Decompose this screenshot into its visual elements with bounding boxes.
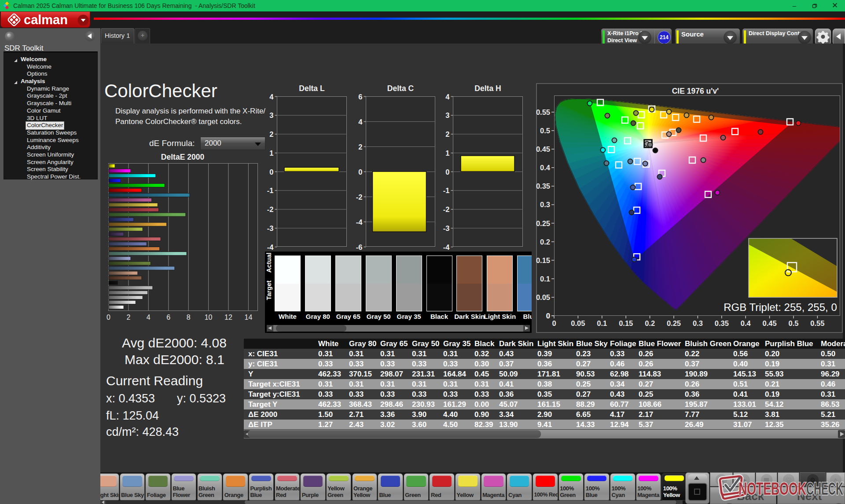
- svg-text:0.3: 0.3: [540, 201, 550, 208]
- svg-text:0.5: 0.5: [789, 319, 799, 327]
- svg-text:0.4: 0.4: [540, 164, 551, 172]
- svg-text:4: 4: [269, 93, 274, 101]
- svg-text:-4: -4: [443, 243, 450, 251]
- svg-text:Delta C: Delta C: [387, 84, 414, 93]
- svg-text:RGB Triplet: 255, 255, 0: RGB Triplet: 255, 255, 0: [724, 301, 837, 313]
- svg-text:3: 3: [445, 111, 449, 119]
- svg-text:CIE 1976 u'v': CIE 1976 u'v': [672, 87, 719, 95]
- svg-text:0.25: 0.25: [536, 219, 550, 227]
- svg-text:0.35: 0.35: [536, 182, 550, 190]
- svg-text:0.15: 0.15: [536, 256, 550, 264]
- svg-text:-2: -2: [443, 205, 450, 213]
- svg-text:0.15: 0.15: [619, 319, 633, 327]
- svg-text:-4: -4: [356, 218, 363, 226]
- svg-text:0.2: 0.2: [645, 319, 655, 327]
- svg-text:1: 1: [445, 149, 449, 157]
- svg-text:0.25: 0.25: [667, 319, 681, 327]
- svg-text:-3: -3: [267, 224, 274, 232]
- svg-text:0.4: 0.4: [741, 319, 751, 327]
- svg-text:4: 4: [358, 118, 363, 126]
- svg-text:2: 2: [445, 130, 449, 138]
- svg-text:-3: -3: [443, 224, 450, 232]
- svg-text:1: 1: [269, 149, 273, 157]
- svg-text:0.1: 0.1: [540, 275, 550, 283]
- svg-text:0.35: 0.35: [715, 319, 729, 327]
- svg-text:12: 12: [224, 314, 232, 321]
- svg-text:0: 0: [107, 314, 110, 321]
- svg-text:14: 14: [245, 314, 253, 321]
- svg-text:0: 0: [358, 168, 362, 176]
- svg-text:-4: -4: [267, 243, 274, 251]
- svg-text:DeltaE 2000: DeltaE 2000: [161, 153, 205, 161]
- svg-text:0.05: 0.05: [571, 319, 585, 327]
- svg-text:-2: -2: [356, 193, 363, 201]
- svg-text:0.2: 0.2: [540, 238, 550, 246]
- svg-text:-2: -2: [267, 205, 274, 213]
- svg-text:0: 0: [552, 319, 556, 327]
- svg-text:3: 3: [269, 111, 273, 119]
- svg-text:6: 6: [358, 93, 362, 101]
- svg-text:2: 2: [269, 130, 273, 138]
- svg-text:8: 8: [187, 314, 191, 321]
- svg-text:CHECK: CHECK: [806, 478, 843, 499]
- svg-text:0.45: 0.45: [536, 145, 550, 153]
- svg-text:10: 10: [205, 314, 213, 321]
- svg-text:Delta L: Delta L: [299, 84, 325, 93]
- svg-text:4: 4: [445, 93, 450, 101]
- svg-text:0.55: 0.55: [536, 108, 550, 116]
- svg-text:0.1: 0.1: [597, 319, 607, 327]
- svg-text:calman: calman: [24, 13, 68, 27]
- svg-text:0: 0: [269, 168, 273, 176]
- svg-text:4: 4: [147, 314, 151, 321]
- svg-text:Delta H: Delta H: [474, 84, 501, 93]
- svg-text:-1: -1: [443, 186, 450, 194]
- svg-text:2: 2: [358, 143, 362, 151]
- svg-text:0: 0: [546, 312, 550, 320]
- svg-text:-1: -1: [267, 186, 274, 194]
- svg-text:6: 6: [166, 314, 170, 321]
- svg-text:0: 0: [445, 168, 449, 176]
- svg-text:NOTEBOOK: NOTEBOOK: [738, 478, 806, 499]
- svg-text:-6: -6: [356, 243, 363, 251]
- svg-text:0.55: 0.55: [810, 319, 824, 327]
- svg-text:0.3: 0.3: [693, 319, 703, 327]
- svg-text:0.45: 0.45: [763, 319, 777, 327]
- svg-text:2: 2: [126, 314, 130, 321]
- svg-text:0.05: 0.05: [536, 293, 550, 301]
- svg-text:0.5: 0.5: [540, 127, 550, 135]
